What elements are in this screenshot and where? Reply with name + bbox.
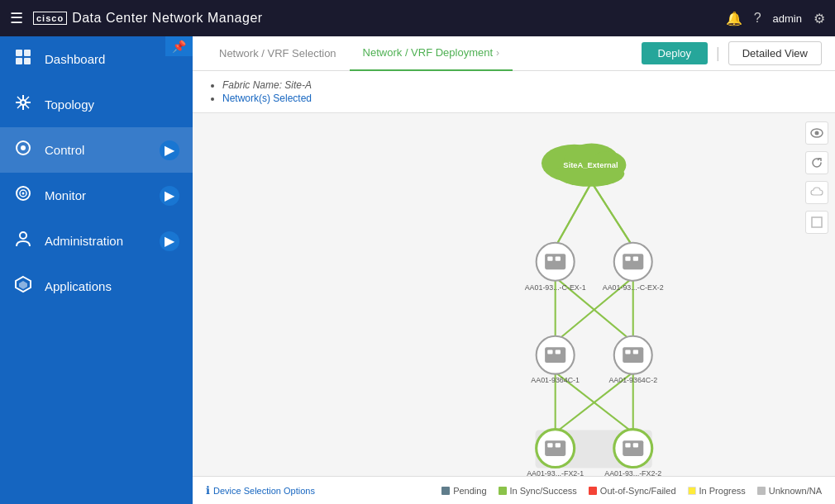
device-selection-link[interactable]: ℹ Device Selection Options: [206, 484, 315, 497]
main-content: Network / VRF Selection Network / VRF De…: [193, 36, 835, 504]
svg-point-22: [815, 131, 819, 136]
monitor-icon: [13, 184, 33, 207]
svg-text:AA01-9364C-1: AA01-9364C-1: [531, 376, 580, 384]
svg-rect-2: [16, 58, 22, 64]
svg-rect-64: [547, 443, 552, 447]
svg-line-9: [17, 97, 21, 101]
topology-area: SiteA_External AA01-93...-C-EX-1 AA0: [193, 113, 835, 476]
tab-network-vrf-selection[interactable]: Network / VRF Selection: [206, 36, 350, 71]
svg-text:AA01-93...-C-EX-1: AA01-93...-C-EX-1: [525, 283, 586, 292]
c2-node[interactable]: AA01-9364C-2: [608, 336, 657, 384]
topology-label: Topology: [45, 97, 179, 112]
username-label: admin: [773, 12, 802, 25]
svg-text:AA01-93...-FX2-2: AA01-93...-FX2-2: [604, 469, 661, 476]
topology-icon: [13, 93, 33, 116]
legend-unknown: Unknown/NA: [757, 486, 822, 496]
legend-in-sync: In Sync/Success: [499, 486, 577, 496]
svg-line-12: [26, 105, 30, 109]
refresh-tool-icon[interactable]: [805, 151, 828, 174]
right-tools: [805, 121, 828, 234]
bottom-bar: ℹ Device Selection Options Pending In Sy…: [193, 476, 835, 504]
ex1-node[interactable]: AA01-93...-C-EX-1: [525, 243, 586, 292]
legend-in-progress: In Progress: [688, 486, 746, 496]
app-logo: cisco Data Center Network Manager: [33, 11, 263, 26]
dashboard-label: Dashboard: [45, 52, 179, 66]
rectangle-tool-icon[interactable]: [805, 211, 828, 234]
in-progress-dot: [688, 487, 696, 495]
administration-chevron-icon: ▶: [160, 231, 179, 251]
c1-node[interactable]: AA01-9364C-1: [531, 336, 580, 384]
sidebar-item-dashboard[interactable]: Dashboard: [0, 36, 193, 82]
app-title: Data Center Network Manager: [72, 11, 262, 26]
deploy-button[interactable]: Deploy: [642, 42, 708, 64]
eye-tool-icon[interactable]: [805, 121, 828, 145]
control-icon: [13, 139, 33, 161]
header-right-section: 🔔 ? admin ⚙: [726, 11, 825, 26]
svg-marker-20: [19, 281, 27, 289]
svg-point-18: [20, 232, 26, 239]
monitor-label: Monitor: [45, 188, 148, 202]
sidebar-item-topology[interactable]: Topology: [0, 82, 193, 127]
cloud-node[interactable]: SiteA_External: [542, 144, 626, 187]
svg-rect-68: [623, 440, 643, 456]
legend: Pending In Sync/Success Out-of-Sync/Fail…: [441, 486, 822, 496]
svg-rect-57: [623, 347, 643, 363]
cisco-logo-text: cisco: [33, 12, 67, 25]
svg-rect-59: [633, 349, 638, 354]
legend-pending: Pending: [441, 486, 486, 496]
svg-rect-1: [24, 50, 31, 56]
settings-icon[interactable]: ⚙: [814, 11, 825, 26]
svg-point-4: [21, 100, 26, 105]
menu-icon[interactable]: ☰: [10, 9, 23, 27]
svg-text:AA01-9364C-2: AA01-9364C-2: [608, 376, 657, 384]
main-container: 📌 Dashboard: [0, 36, 835, 504]
sidebar-item-administration[interactable]: Administration ▶: [0, 218, 193, 264]
in-sync-dot: [499, 487, 507, 495]
svg-text:AA01-93...-FX2-1: AA01-93...-FX2-1: [527, 469, 584, 476]
networks-selected-link[interactable]: Network(s) Selected: [222, 93, 312, 104]
sidebar-item-applications[interactable]: Applications: [0, 264, 193, 309]
dashboard-icon: [13, 48, 33, 70]
administration-icon: [13, 230, 33, 252]
svg-line-26: [592, 183, 633, 247]
help-icon[interactable]: ?: [754, 11, 761, 26]
tabs-right-actions: Deploy | Detailed View: [642, 41, 822, 65]
control-chevron-icon: ▶: [160, 140, 179, 160]
svg-rect-65: [556, 443, 561, 447]
svg-rect-58: [625, 349, 630, 354]
cloud-tool-icon[interactable]: [805, 181, 828, 204]
tab-network-vrf-deployment[interactable]: Network / VRF Deployment ›: [350, 36, 513, 71]
tab-chevron-icon: ›: [496, 47, 499, 59]
svg-point-17: [22, 193, 25, 195]
svg-rect-48: [625, 257, 630, 261]
sidebar-item-control[interactable]: Control ▶: [0, 127, 193, 173]
svg-rect-3: [24, 58, 31, 64]
monitor-chevron-icon: ▶: [160, 186, 179, 206]
sidebar-item-monitor[interactable]: Monitor ▶: [0, 173, 193, 218]
unknown-dot: [757, 487, 766, 495]
detailed-view-button[interactable]: Detailed View: [728, 41, 822, 65]
sidebar: 📌 Dashboard: [0, 36, 193, 504]
administration-label: Administration: [45, 234, 148, 248]
svg-rect-69: [625, 443, 630, 447]
svg-point-14: [21, 145, 26, 150]
out-of-sync-dot: [589, 487, 597, 495]
info-bar: Fabric Name: Site-A Network(s) Selected: [193, 71, 835, 113]
ex2-node[interactable]: AA01-93...-C-EX-2: [603, 243, 664, 292]
svg-text:SiteA_External: SiteA_External: [563, 160, 618, 169]
control-label: Control: [45, 143, 148, 157]
app-header: ☰ cisco Data Center Network Manager 🔔 ? …: [0, 0, 835, 36]
svg-rect-43: [547, 257, 552, 261]
pending-dot: [441, 487, 450, 495]
svg-rect-23: [812, 217, 822, 227]
svg-rect-70: [633, 443, 638, 447]
notification-icon[interactable]: 🔔: [726, 11, 742, 26]
svg-line-27: [556, 183, 592, 247]
svg-text:AA01-93...-C-EX-2: AA01-93...-C-EX-2: [603, 283, 664, 292]
topology-diagram: SiteA_External AA01-93...-C-EX-1 AA0: [193, 113, 835, 476]
svg-line-10: [26, 97, 30, 101]
info-circle-icon: ℹ: [206, 484, 210, 497]
applications-icon: [13, 275, 33, 297]
tabs-bar: Network / VRF Selection Network / VRF De…: [193, 36, 835, 71]
svg-rect-52: [545, 347, 565, 363]
